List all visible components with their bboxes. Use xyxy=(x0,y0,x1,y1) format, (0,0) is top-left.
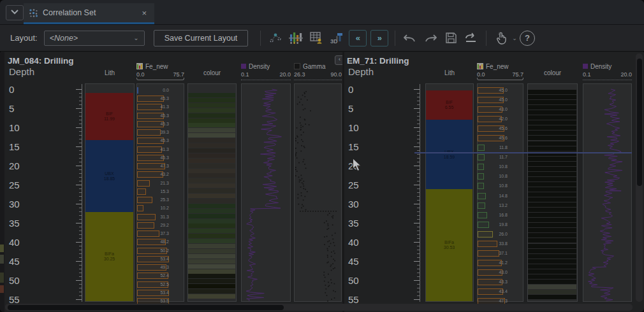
help-button[interactable]: ? xyxy=(520,31,535,46)
main-toolbar: Layout: <None> ⌄ Save Current Layout xyxy=(0,25,644,52)
fe-track-icon xyxy=(477,63,483,69)
tab-list-dropdown-button[interactable] xyxy=(6,5,24,20)
undo-icon xyxy=(403,32,417,44)
horizontal-scrollbar[interactable] xyxy=(5,304,633,311)
depth-tick xyxy=(417,139,420,139)
fe-bar-value: 45.6 xyxy=(478,125,508,132)
colour-stripe xyxy=(528,172,576,176)
app-window: Correlation Set × Layout: <None> ⌄ Save … xyxy=(0,0,644,312)
depth-tick-label: 40 xyxy=(348,237,370,248)
offscreen-lith-sliver xyxy=(0,285,4,293)
depth-tick-label: 50 xyxy=(348,275,370,286)
horizontal-scrollbar-thumb[interactable] xyxy=(8,305,284,310)
depth-tick xyxy=(417,173,420,174)
depth-tick xyxy=(76,127,82,128)
correlation-line[interactable] xyxy=(414,152,632,153)
save-current-layout-button[interactable]: Save Current Layout xyxy=(154,30,249,46)
depth-tick xyxy=(417,246,420,246)
colour-stripe xyxy=(528,157,576,161)
depth-tick xyxy=(414,261,420,262)
colour-stripe xyxy=(188,204,235,208)
colour-stripe xyxy=(188,183,235,188)
density-track-icon xyxy=(241,64,246,69)
data-table-button[interactable] xyxy=(307,29,325,47)
tab-correlation-set[interactable]: Correlation Set × xyxy=(24,3,154,24)
depth-tick xyxy=(417,253,420,254)
collapse-tracks-button[interactable]: « xyxy=(349,30,367,46)
save-icon xyxy=(445,32,457,44)
depth-ruler-line xyxy=(82,84,82,302)
depth-tick-label: 50 xyxy=(9,275,31,286)
colour-stripe xyxy=(528,120,576,125)
correlation-set-icon xyxy=(29,8,38,18)
fe-track-header: Fe_new 0.075.7 xyxy=(136,62,184,80)
lith-interval-label: BIF11.99 xyxy=(85,111,133,122)
depth-tick-label: 5 xyxy=(348,103,370,114)
colour-stripe xyxy=(528,295,576,299)
undo-button[interactable] xyxy=(401,29,419,47)
fe-bar-value: 10.8 xyxy=(478,183,508,189)
tab-close-icon[interactable]: × xyxy=(139,8,149,18)
depth-tick xyxy=(414,89,420,90)
colour-stripe xyxy=(528,238,576,243)
fe-bar-value: 50.2 xyxy=(138,248,169,254)
colour-stripe xyxy=(528,131,576,135)
colour-stripe xyxy=(188,148,235,153)
drill-3d-icon: 3D xyxy=(330,32,344,45)
depth-tick xyxy=(79,246,82,246)
expand-tracks-button[interactable]: » xyxy=(370,30,388,46)
colour-stripe xyxy=(528,223,576,227)
colour-stripe xyxy=(528,197,576,202)
colour-stripe xyxy=(188,284,235,288)
depth-tick xyxy=(414,242,420,243)
save-button[interactable] xyxy=(442,29,460,47)
layout-label: Layout: xyxy=(10,33,38,43)
pointer-tool-dropdown-icon[interactable]: ⌄ xyxy=(512,35,517,41)
depth-tick xyxy=(79,208,82,208)
colour-stripe xyxy=(188,269,235,274)
scatter-plot-button[interactable] xyxy=(267,29,284,47)
colour-stripe xyxy=(528,290,576,294)
export-button[interactable] xyxy=(462,29,480,47)
data-table-icon xyxy=(310,32,323,44)
tab-bar: Correlation Set × xyxy=(0,0,644,25)
colour-stripe xyxy=(528,249,576,253)
gamma-track-icon xyxy=(294,63,300,69)
depth-tick xyxy=(417,230,420,231)
colour-stripe xyxy=(528,162,576,166)
correlation-view: JM_084: Drilling ‹ Depth Lith Fe_new 0.0… xyxy=(0,52,644,312)
depth-tick xyxy=(417,211,420,212)
depth-tick-label: 20 xyxy=(9,160,31,171)
fe-bar-value: 52.4 xyxy=(138,273,169,279)
colour-stripe xyxy=(188,188,235,193)
layout-dropdown[interactable]: <None> ⌄ xyxy=(44,31,145,46)
redo-button[interactable] xyxy=(421,29,439,47)
colour-stripe xyxy=(188,229,235,233)
fe-track-header: Fe_new 0.075.7 xyxy=(477,62,523,80)
depth-tick xyxy=(79,265,82,266)
density-track[interactable] xyxy=(241,83,291,302)
drillhole-correlation-button[interactable] xyxy=(287,29,305,47)
fe-bar-value: 19.8 xyxy=(478,222,508,228)
depth-tick xyxy=(417,181,420,181)
depth-tick xyxy=(79,215,82,216)
depth-tick xyxy=(79,234,82,235)
gamma-track[interactable] xyxy=(294,83,342,302)
depth-tick xyxy=(76,89,82,90)
depth-tick xyxy=(79,150,82,151)
drill-3d-button[interactable]: 3D xyxy=(328,29,346,47)
depth-tick xyxy=(414,108,420,109)
depth-tick xyxy=(79,192,82,193)
vertical-scrollbar-thumb[interactable] xyxy=(637,59,642,186)
vertical-scrollbar[interactable] xyxy=(636,53,643,302)
density-track[interactable] xyxy=(583,83,632,302)
colour-stripe xyxy=(188,214,235,218)
depth-tick xyxy=(417,250,420,250)
colour-stripe xyxy=(528,105,576,110)
depth-tick xyxy=(79,135,82,136)
depth-tick xyxy=(79,131,82,132)
depth-tick xyxy=(417,131,420,132)
depth-tick xyxy=(417,112,420,113)
depth-tick xyxy=(417,158,420,159)
pointer-tool-button[interactable] xyxy=(492,29,510,47)
